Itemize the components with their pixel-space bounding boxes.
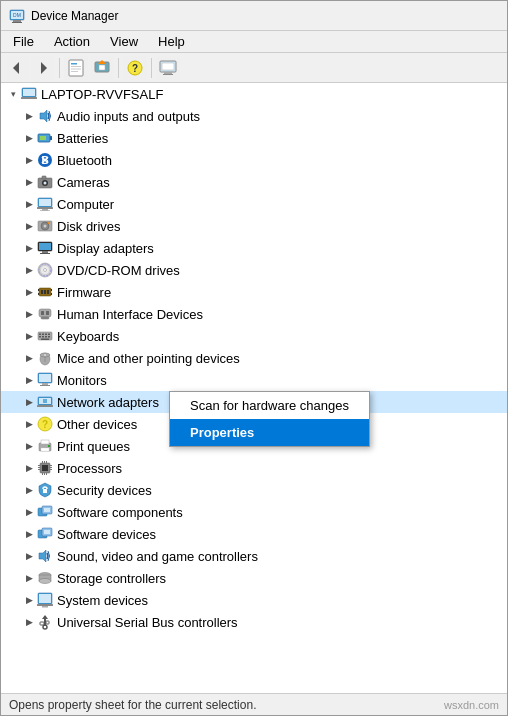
context-properties[interactable]: Properties bbox=[170, 419, 369, 446]
expand-icon-cameras: ▶ bbox=[21, 174, 37, 190]
svg-rect-2 bbox=[12, 22, 22, 23]
svg-rect-121 bbox=[42, 606, 48, 608]
tree-item-softwarecomponents[interactable]: ▶ Software components bbox=[1, 501, 507, 523]
batteries-icon bbox=[37, 130, 53, 146]
svg-rect-27 bbox=[40, 136, 46, 140]
back-button[interactable] bbox=[5, 56, 29, 80]
svg-rect-60 bbox=[51, 293, 52, 295]
svg-rect-99 bbox=[50, 467, 52, 468]
tree-item-audio[interactable]: ▶ Audio inputs and outputs bbox=[1, 105, 507, 127]
system-icon bbox=[37, 592, 53, 608]
cameras-icon bbox=[37, 174, 53, 190]
update-driver-button[interactable] bbox=[90, 56, 114, 80]
svg-rect-73 bbox=[48, 336, 50, 338]
tree-item-hid[interactable]: ▶ Human Interface Devices bbox=[1, 303, 507, 325]
toolbar-sep-3 bbox=[151, 58, 152, 78]
svg-marker-5 bbox=[13, 62, 19, 74]
keyboards-icon bbox=[37, 328, 53, 344]
svg-point-117 bbox=[39, 579, 51, 584]
svg-rect-104 bbox=[42, 473, 43, 475]
tree-item-display[interactable]: ▶ Display adapters bbox=[1, 237, 507, 259]
softcomp-icon bbox=[37, 504, 53, 520]
processors-label: Processors bbox=[57, 461, 122, 476]
watermark: wsxdn.com bbox=[444, 699, 499, 711]
svg-rect-63 bbox=[46, 311, 49, 315]
svg-rect-96 bbox=[38, 467, 40, 468]
expand-icon-audio: ▶ bbox=[21, 108, 37, 124]
menu-file[interactable]: File bbox=[5, 32, 42, 51]
svg-rect-66 bbox=[39, 334, 41, 336]
title-icon: DM bbox=[9, 8, 25, 24]
tree-item-keyboards[interactable]: ▶ Keyboards bbox=[1, 325, 507, 347]
tree-item-root[interactable]: ▾ LAPTOP-RVVFSALF bbox=[1, 83, 507, 105]
menu-help[interactable]: Help bbox=[150, 32, 193, 51]
svg-rect-56 bbox=[47, 290, 49, 294]
svg-point-43 bbox=[44, 225, 47, 228]
svg-text:DM: DM bbox=[13, 11, 21, 17]
context-scan[interactable]: Scan for hardware changes bbox=[170, 392, 369, 419]
svg-rect-47 bbox=[42, 251, 48, 253]
tree-item-monitors[interactable]: ▶ Monitors bbox=[1, 369, 507, 391]
expand-icon-dvd: ▶ bbox=[21, 262, 37, 278]
dvd-label: DVD/CD-ROM drives bbox=[57, 263, 180, 278]
computer-label: Computer bbox=[57, 197, 114, 212]
svg-rect-20 bbox=[163, 74, 173, 75]
tree-area[interactable]: ▾ LAPTOP-RVVFSALF ▶ Audio inputs and bbox=[1, 83, 507, 693]
tree-item-mice[interactable]: ▶ Mice and other pointing devices bbox=[1, 347, 507, 369]
svg-rect-46 bbox=[39, 243, 51, 250]
svg-rect-26 bbox=[50, 136, 52, 140]
svg-rect-82 bbox=[40, 385, 50, 386]
title-bar: DM Device Manager bbox=[1, 1, 507, 31]
properties-button[interactable] bbox=[64, 56, 88, 80]
svg-rect-120 bbox=[37, 604, 53, 606]
scan-button[interactable] bbox=[156, 56, 180, 80]
expand-icon-bluetooth: ▶ bbox=[21, 152, 37, 168]
softcomp-label: Software components bbox=[57, 505, 183, 520]
tree-item-diskdrives[interactable]: ▶ Disk drives bbox=[1, 215, 507, 237]
audio-icon bbox=[37, 108, 53, 124]
expand-icon-firmware: ▶ bbox=[21, 284, 37, 300]
expand-icon-security: ▶ bbox=[21, 482, 37, 498]
svg-marker-123 bbox=[42, 615, 48, 619]
tree-item-batteries[interactable]: ▶ Batteries bbox=[1, 127, 507, 149]
tree-item-cameras[interactable]: ▶ Cameras bbox=[1, 171, 507, 193]
tree-item-sound[interactable]: ▶ Sound, video and game controllers bbox=[1, 545, 507, 567]
svg-rect-8 bbox=[71, 63, 77, 65]
menu-view[interactable]: View bbox=[102, 32, 146, 51]
toolbar-sep-2 bbox=[118, 58, 119, 78]
svg-rect-101 bbox=[42, 461, 43, 463]
svg-rect-67 bbox=[42, 334, 44, 336]
tree-item-usb[interactable]: ▶ Universal Serial Bus controllers bbox=[1, 611, 507, 633]
svg-point-44 bbox=[48, 222, 50, 224]
expand-icon-computer: ▶ bbox=[21, 196, 37, 212]
svg-rect-105 bbox=[44, 473, 45, 475]
expand-icon-sound: ▶ bbox=[21, 548, 37, 564]
svg-rect-11 bbox=[71, 71, 78, 72]
tree-item-softwaredevices[interactable]: ▶ Software devices bbox=[1, 523, 507, 545]
tree-item-dvd[interactable]: ▶ DVD/CD-ROM drives bbox=[1, 259, 507, 281]
network-icon bbox=[37, 394, 53, 410]
diskdrives-label: Disk drives bbox=[57, 219, 121, 234]
svg-rect-81 bbox=[42, 383, 48, 385]
svg-rect-86 bbox=[43, 399, 47, 403]
svg-rect-14 bbox=[99, 65, 105, 70]
tree-item-computer[interactable]: ▶ Computer bbox=[1, 193, 507, 215]
svg-point-92 bbox=[48, 445, 50, 447]
usb-icon bbox=[37, 614, 53, 630]
svg-rect-9 bbox=[71, 66, 81, 67]
expand-icon-other: ▶ bbox=[21, 416, 37, 432]
menu-action[interactable]: Action bbox=[46, 32, 98, 51]
tree-item-bluetooth[interactable]: ▶ B Bluetooth bbox=[1, 149, 507, 171]
mice-icon bbox=[37, 350, 53, 366]
expand-icon-batteries: ▶ bbox=[21, 130, 37, 146]
help-button[interactable]: ? bbox=[123, 56, 147, 80]
tree-item-security[interactable]: ▶ Security devices bbox=[1, 479, 507, 501]
forward-button[interactable] bbox=[31, 56, 55, 80]
tree-item-processors[interactable]: ▶ Proces bbox=[1, 457, 507, 479]
expand-icon-processors: ▶ bbox=[21, 460, 37, 476]
svg-rect-110 bbox=[44, 508, 50, 512]
svg-rect-64 bbox=[41, 317, 49, 319]
tree-item-firmware[interactable]: ▶ Firmware bbox=[1, 281, 507, 303]
tree-item-system[interactable]: ▶ System devices bbox=[1, 589, 507, 611]
tree-item-storage[interactable]: ▶ Storage controllers bbox=[1, 567, 507, 589]
